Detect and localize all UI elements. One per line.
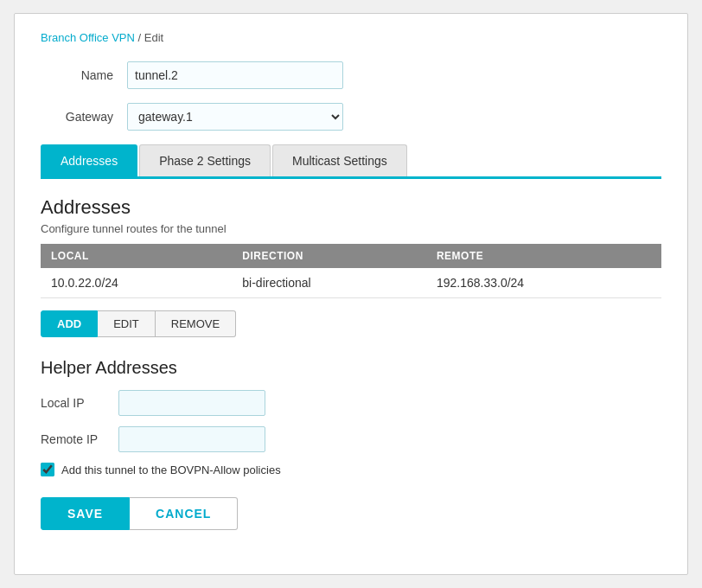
- helper-addresses-section: Helper Addresses Local IP Remote IP Add …: [41, 358, 661, 476]
- cancel-button[interactable]: CANCEL: [130, 497, 238, 530]
- addresses-desc: Configure tunnel routes for the tunnel: [41, 222, 661, 235]
- col-remote: REMOTE: [426, 244, 661, 268]
- page-container: Branch Office VPN / Edit Name Gateway ga…: [14, 13, 688, 575]
- breadcrumb-link[interactable]: Branch Office VPN: [41, 31, 135, 44]
- checkbox-row: Add this tunnel to the BOVPN-Allow polic…: [41, 463, 661, 476]
- gateway-select[interactable]: gateway.1 gateway.2 gateway.3: [127, 103, 343, 131]
- remote-ip-row: Remote IP: [41, 426, 661, 452]
- bovpn-checkbox[interactable]: [41, 463, 54, 476]
- local-ip-row: Local IP: [41, 390, 661, 416]
- remote-ip-label: Remote IP: [41, 432, 118, 446]
- addresses-table: LOCAL DIRECTION REMOTE 10.0.22.0/24 bi-d…: [41, 244, 661, 298]
- table-action-buttons: ADD EDIT REMOVE: [41, 310, 661, 337]
- tab-phase2-settings[interactable]: Phase 2 Settings: [139, 144, 271, 176]
- name-input[interactable]: [127, 61, 343, 89]
- table-header-row: LOCAL DIRECTION REMOTE: [41, 244, 661, 268]
- gateway-label: Gateway: [41, 110, 127, 124]
- name-row: Name: [41, 61, 661, 89]
- local-ip-label: Local IP: [41, 396, 118, 410]
- remove-button[interactable]: REMOVE: [156, 310, 236, 337]
- tabs-bar: Addresses Phase 2 Settings Multicast Set…: [41, 144, 661, 179]
- cell-local: 10.0.22.0/24: [41, 268, 232, 298]
- breadcrumb-separator: /: [138, 31, 144, 44]
- breadcrumb-current: Edit: [144, 31, 163, 44]
- col-local: LOCAL: [41, 244, 232, 268]
- addresses-section: Addresses Configure tunnel routes for th…: [41, 196, 661, 337]
- footer-buttons: SAVE CANCEL: [41, 497, 661, 530]
- save-button[interactable]: SAVE: [41, 497, 130, 530]
- local-ip-input[interactable]: [118, 390, 265, 416]
- cell-remote: 192.168.33.0/24: [426, 268, 661, 298]
- addresses-title: Addresses: [41, 196, 661, 219]
- cell-direction: bi-directional: [232, 268, 426, 298]
- helper-title: Helper Addresses: [41, 358, 661, 378]
- table-row[interactable]: 10.0.22.0/24 bi-directional 192.168.33.0…: [41, 268, 661, 298]
- add-button[interactable]: ADD: [41, 310, 98, 337]
- tab-addresses[interactable]: Addresses: [41, 144, 137, 176]
- bovpn-checkbox-label[interactable]: Add this tunnel to the BOVPN-Allow polic…: [61, 463, 281, 476]
- edit-button[interactable]: EDIT: [98, 310, 156, 337]
- breadcrumb: Branch Office VPN / Edit: [41, 31, 661, 44]
- name-label: Name: [41, 68, 127, 82]
- col-direction: DIRECTION: [232, 244, 426, 268]
- tab-multicast-settings[interactable]: Multicast Settings: [272, 144, 407, 176]
- gateway-row: Gateway gateway.1 gateway.2 gateway.3: [41, 103, 661, 131]
- remote-ip-input[interactable]: [118, 426, 265, 452]
